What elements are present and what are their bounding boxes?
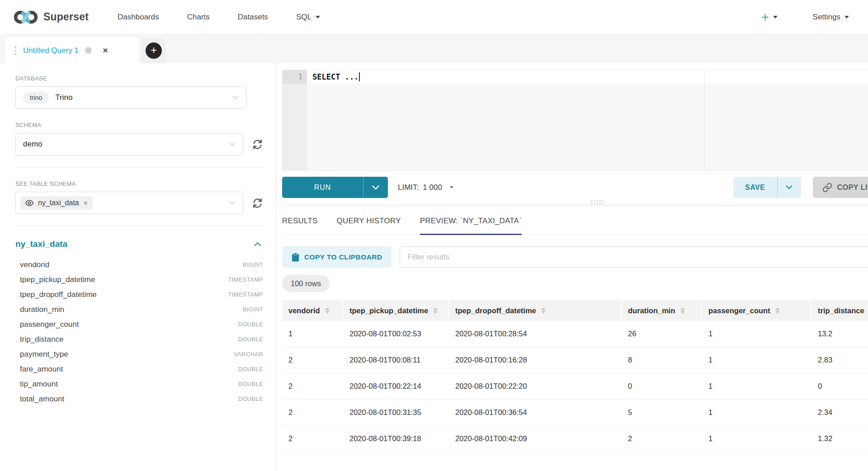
schema-column-row[interactable]: tip_amountDOUBLE bbox=[15, 377, 263, 391]
caret-down-icon bbox=[450, 186, 453, 188]
tab-preview-ny-taxi-data[interactable]: PREVIEW: `NY_TAXI_DATA` bbox=[420, 217, 522, 234]
column-header-duration_min[interactable]: duration_min bbox=[622, 300, 701, 321]
results-table: vendoridtpep_pickup_datetimetpep_dropoff… bbox=[282, 300, 868, 452]
table-cell: 2020-08-01T00:31:35 bbox=[343, 408, 449, 417]
editor-gutter: 1 bbox=[283, 70, 307, 170]
table-cell: 2020-08-01T00:42:09 bbox=[449, 434, 622, 443]
tab-results[interactable]: RESULTS bbox=[282, 217, 318, 234]
remove-table-icon[interactable]: ✕ bbox=[83, 200, 88, 207]
schema-column-row[interactable]: fare_amountDOUBLE bbox=[15, 362, 263, 377]
table-cell: 1 bbox=[702, 408, 811, 417]
superset-logo[interactable]: Superset bbox=[14, 9, 89, 25]
table-cell: 0 bbox=[622, 382, 702, 391]
schema-select-value: demo bbox=[23, 140, 42, 149]
save-options-button[interactable] bbox=[778, 177, 801, 198]
sql-code-text: SELECT ... bbox=[312, 72, 359, 81]
column-header-trip_distance[interactable]: trip_distance bbox=[811, 300, 868, 321]
column-header-vendorid[interactable]: vendorid bbox=[282, 300, 342, 321]
new-item-button[interactable]: + bbox=[761, 11, 777, 24]
nav-right: + Settings bbox=[761, 11, 854, 24]
nav-item-dashboards[interactable]: Dashboards bbox=[118, 13, 159, 22]
table-row: 22020-08-01T00:31:352020-08-01T00:36:545… bbox=[282, 400, 868, 426]
table-cell: 1 bbox=[702, 356, 811, 364]
nav-item-charts[interactable]: Charts bbox=[187, 13, 210, 22]
drag-handle-icon[interactable] bbox=[14, 46, 16, 55]
refresh-tables-icon[interactable] bbox=[251, 197, 264, 209]
copy-link-button[interactable]: COPY LINK bbox=[813, 177, 868, 198]
sort-icon[interactable] bbox=[433, 307, 438, 314]
table-cell: 2020-08-01T00:28:54 bbox=[449, 330, 622, 338]
sidebar-divider bbox=[15, 167, 264, 168]
column-header-label: tpep_dropoff_datetime bbox=[455, 306, 536, 315]
row-count-badge: 100 rows bbox=[282, 275, 330, 292]
column-type: DOUBLE bbox=[238, 321, 263, 328]
schema-column-row[interactable]: vendoridBIGINT bbox=[15, 257, 263, 272]
tab-query-history[interactable]: QUERY HISTORY bbox=[337, 217, 401, 234]
column-name: fare_amount bbox=[20, 365, 63, 374]
refresh-schemas-icon[interactable] bbox=[251, 138, 264, 151]
table-schema-header[interactable]: ny_taxi_data bbox=[15, 239, 261, 249]
schema-column-row[interactable]: passenger_countDOUBLE bbox=[15, 317, 263, 332]
run-button[interactable]: RUN bbox=[282, 177, 363, 198]
schema-column-row[interactable]: trip_distanceDOUBLE bbox=[15, 332, 263, 347]
filter-results-input[interactable] bbox=[400, 246, 868, 268]
schema-column-row[interactable]: duration_minBIGINT bbox=[15, 302, 263, 317]
sort-icon[interactable] bbox=[325, 307, 330, 314]
schema-column-row[interactable]: total_amountDOUBLE bbox=[15, 391, 263, 406]
line-number: 1 bbox=[283, 70, 307, 84]
schema-select[interactable]: demo bbox=[15, 133, 243, 155]
query-status-dot bbox=[85, 47, 92, 54]
chevron-down-icon bbox=[229, 140, 236, 148]
table-cell: 2 bbox=[282, 408, 343, 417]
column-name: total_amount bbox=[20, 395, 64, 404]
sql-code-editor: 1 SELECT ... bbox=[282, 70, 868, 171]
run-options-button[interactable] bbox=[363, 177, 388, 198]
table-schema-select[interactable]: ny_taxi_data ✕ bbox=[15, 192, 243, 214]
table-cell: 2 bbox=[622, 434, 702, 443]
database-select[interactable]: trino Trino bbox=[15, 86, 246, 109]
sort-icon[interactable] bbox=[541, 307, 546, 314]
copy-to-clipboard-button[interactable]: COPY TO CLIPBOARD bbox=[282, 246, 392, 268]
column-name: passenger_count bbox=[20, 320, 79, 329]
top-nav: Superset Dashboards Charts Datasets SQL … bbox=[0, 0, 868, 34]
column-type: TIMESTAMP bbox=[228, 291, 263, 298]
schema-column-row[interactable]: payment_typeVARCHAR bbox=[15, 347, 263, 362]
close-tab-icon[interactable]: ✕ bbox=[103, 47, 108, 55]
column-type: VARCHAR bbox=[234, 351, 263, 358]
schema-column-row[interactable]: tpep_dropoff_datetimeTIMESTAMP bbox=[15, 287, 263, 302]
pane-resize-handle[interactable] bbox=[591, 200, 603, 204]
sort-icon[interactable] bbox=[680, 307, 685, 314]
table-cell: 2.83 bbox=[811, 356, 868, 364]
database-select-value: Trino bbox=[55, 93, 72, 102]
sort-icon[interactable] bbox=[775, 307, 780, 314]
column-header-tpep_pickup_datetime[interactable]: tpep_pickup_datetime bbox=[343, 300, 448, 321]
nav-item-sql[interactable]: SQL bbox=[296, 13, 320, 22]
table-cell: 1 bbox=[702, 434, 811, 443]
limit-dropdown[interactable]: LIMIT: 1 000 bbox=[398, 183, 453, 192]
code-area[interactable]: SELECT ... bbox=[307, 70, 868, 170]
print-margin-line bbox=[704, 70, 705, 170]
table-cell: 0 bbox=[811, 382, 868, 391]
add-query-tab[interactable]: + bbox=[142, 38, 166, 63]
nav-item-datasets[interactable]: Datasets bbox=[238, 13, 268, 22]
table-cell: 2020-08-01T00:22:20 bbox=[449, 382, 622, 391]
column-type: TIMESTAMP bbox=[228, 276, 263, 283]
save-button[interactable]: SAVE bbox=[733, 177, 777, 198]
table-cell: 26 bbox=[622, 330, 702, 338]
see-table-schema-label: SEE TABLE SCHEMA bbox=[15, 180, 264, 187]
schema-column-row[interactable]: tpep_pickup_datetimeTIMESTAMP bbox=[15, 272, 263, 287]
query-tab-active[interactable]: Untitled Query 1 ✕ bbox=[5, 38, 138, 63]
table-cell: 5 bbox=[622, 408, 702, 417]
column-name: duration_min bbox=[20, 305, 64, 314]
results-tab-bar: RESULTS QUERY HISTORY PREVIEW: `NY_TAXI_… bbox=[282, 217, 868, 235]
caret-down-icon bbox=[316, 16, 320, 19]
database-engine-tag: trino bbox=[23, 92, 49, 104]
run-split-button: RUN bbox=[282, 177, 388, 198]
collapse-chevron-up-icon[interactable] bbox=[254, 242, 261, 246]
column-header-tpep_dropoff_datetime[interactable]: tpep_dropoff_datetime bbox=[449, 300, 621, 321]
settings-menu[interactable]: Settings bbox=[813, 13, 849, 22]
column-header-passenger_count[interactable]: passenger_count bbox=[702, 300, 811, 321]
table-cell: 2020-08-01T00:16:28 bbox=[449, 356, 622, 364]
column-name: tpep_pickup_datetime bbox=[20, 275, 95, 284]
table-name-heading: ny_taxi_data bbox=[15, 239, 67, 249]
